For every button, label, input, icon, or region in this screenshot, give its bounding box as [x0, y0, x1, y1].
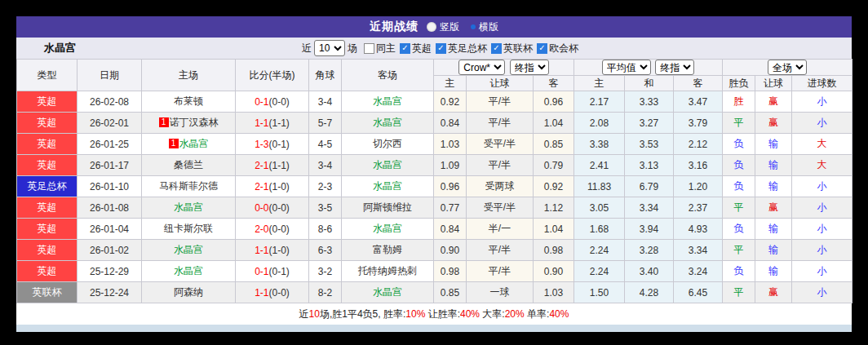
goals-cell: 小	[792, 261, 852, 282]
away-team-name: 水晶宫	[373, 95, 402, 107]
fulltime-score: 1-1	[255, 245, 268, 256]
halftime-score: (0-0)	[269, 287, 290, 299]
provider-stage-select[interactable]: 终指	[510, 60, 549, 75]
home-team-name: 水晶宫	[174, 265, 203, 276]
match-row: 英超26-01-04纽卡斯尔联2-0(0-0)8-6水晶宫0.84半/一1.04…	[17, 219, 852, 240]
summary-segment: 让胜率:	[425, 308, 460, 320]
corners-cell: 8-2	[309, 282, 342, 303]
goals-cell: 大	[792, 155, 852, 176]
league-cell: 英足总杯	[17, 176, 78, 197]
avg-away-cell: 3.16	[674, 155, 723, 176]
filter-checkbox-1[interactable]: ✓英超	[400, 42, 432, 55]
home-team-cell: 水晶宫	[142, 240, 236, 261]
score-cell: 1-1(0-0)	[236, 282, 309, 303]
filter-checkbox-0[interactable]: 同主	[364, 42, 396, 55]
league-cell: 英超	[17, 197, 78, 219]
away-team-name: 托特纳姆热刺	[358, 265, 417, 276]
handicap-result-cell: 赢	[755, 282, 792, 303]
league-cell: 英超	[17, 113, 78, 134]
avg-draw-cell: 3.40	[625, 261, 674, 282]
league-cell: 英超	[17, 219, 78, 240]
corners-cell: 6-3	[309, 240, 342, 261]
checkbox-label: 英超	[412, 42, 432, 55]
score-cell: 1-1(1-1)	[236, 113, 309, 134]
handicap-result-cell: 输	[755, 176, 792, 197]
layout-radio-0[interactable]: 竖版	[427, 20, 459, 34]
date-cell: 26-02-01	[78, 113, 142, 134]
recent-results-panel: 近期战绩 竖版横版 水晶宫 近 10 场 同主✓英超✓英足总杯✓英联杯✓欧会杯 …	[16, 16, 852, 332]
result-cell: 负	[723, 155, 755, 176]
league-cell: 英超	[17, 155, 78, 176]
summary-text: 近10场,胜1平4负5, 胜率:10% 让胜率:40% 大率:20% 单率:40…	[299, 307, 569, 321]
goals-cell: 小	[792, 197, 852, 219]
match-row: 英超26-01-251水晶宫1-3(0-1)4-5切尔西1.03受平/半0.85…	[17, 134, 852, 155]
summary-segment: 10	[309, 308, 320, 320]
home-team-name: 桑德兰	[174, 159, 203, 170]
home-team-name: 诺丁汉森林	[170, 117, 219, 128]
away-team-name: 水晶宫	[373, 286, 402, 298]
home-team-name: 阿森纳	[174, 286, 203, 298]
checkbox-label: 英联杯	[503, 42, 533, 55]
home-team-cell: 桑德兰	[142, 155, 236, 176]
filter-checkbox-2[interactable]: ✓英足总杯	[436, 42, 487, 55]
average-select[interactable]: 平均值	[602, 60, 651, 75]
halftime-score: (1-1)	[269, 117, 290, 129]
checkbox-icon: ✓	[491, 43, 502, 54]
summary-segment: 20%	[505, 308, 525, 320]
subheader-result: 胜负	[723, 76, 755, 91]
away-team-name: 水晶宫	[373, 159, 402, 170]
summary-bar: 近10场,胜1平4负5, 胜率:10% 让胜率:40% 大率:20% 单率:40…	[16, 303, 852, 325]
provider-select[interactable]: Crow*	[458, 60, 505, 75]
avg-away-cell: 2.12	[674, 134, 723, 155]
average-stage-select[interactable]: 终指	[655, 60, 694, 75]
home-odds-cell: 0.77	[434, 197, 467, 219]
avg-away-cell: 3.24	[674, 261, 723, 282]
halftime-score: (0-0)	[269, 202, 290, 214]
home-odds-cell: 1.03	[434, 134, 467, 155]
avg-home-cell: 11.83	[574, 176, 625, 197]
fulltime-score: 0-1	[255, 266, 268, 277]
home-team-name: 纽卡斯尔联	[164, 223, 213, 234]
score-cell: 1-3(0-1)	[236, 134, 309, 155]
fulltime-score: 0-1	[255, 96, 268, 108]
score-cell: 0-0(0-0)	[236, 197, 309, 219]
league-cell: 英超	[17, 240, 78, 261]
avg-draw-cell: 3.53	[625, 134, 674, 155]
home-odds-cell: 0.96	[434, 176, 467, 197]
away-team-name: 切尔西	[373, 138, 402, 149]
scope-select[interactable]: 全场	[768, 60, 807, 75]
away-team-cell: 水晶宫	[342, 176, 434, 197]
handicap-cell: 受平/半	[467, 134, 534, 155]
score-cell: 2-0(0-0)	[236, 219, 309, 240]
corners-cell: 5-7	[309, 113, 342, 134]
title-bar: 近期战绩 竖版横版	[16, 16, 852, 38]
filter-checkbox-3[interactable]: ✓英联杯	[491, 42, 533, 55]
match-row: 英超26-02-08布莱顿0-1(0-0)3-4水晶宫0.92平/半0.962.…	[17, 91, 852, 113]
avg-draw-cell: 3.34	[625, 197, 674, 219]
handicap-result-cell: 输	[755, 240, 792, 261]
away-team-name: 富勒姆	[373, 244, 402, 255]
avg-away-cell: 3.34	[674, 240, 723, 261]
avg-away-cell: 3.47	[674, 91, 723, 113]
layout-radio-1[interactable]: 横版	[471, 20, 498, 34]
avg-away-cell: 6.45	[674, 282, 723, 303]
away-team-cell: 水晶宫	[342, 155, 434, 176]
handicap-cell: 平/半	[467, 91, 534, 113]
results-table: 类型 日期 主场 比分(半场) 角球 客场 Crow* 终指 平均值	[16, 59, 852, 303]
subheader-away-odds: 客	[534, 76, 574, 91]
result-cell: 负	[723, 176, 755, 197]
radio-label: 竖版	[440, 20, 459, 34]
rank-badge: 1	[159, 117, 169, 127]
radio-label: 横版	[479, 20, 498, 34]
recent-count-select[interactable]: 10	[314, 40, 345, 56]
corners-cell: 3-2	[309, 261, 342, 282]
avg-home-cell: 1.50	[574, 282, 625, 303]
away-team-cell: 水晶宫	[342, 282, 434, 303]
goals-cell: 小	[792, 176, 852, 197]
home-team-name: 水晶宫	[174, 244, 203, 255]
date-cell: 25-12-24	[78, 282, 142, 303]
filter-checkbox-4[interactable]: ✓欧会杯	[537, 42, 578, 55]
home-team-name: 布莱顿	[174, 95, 203, 107]
home-odds-cell: 1.09	[434, 155, 467, 176]
date-cell: 25-12-29	[78, 261, 142, 282]
